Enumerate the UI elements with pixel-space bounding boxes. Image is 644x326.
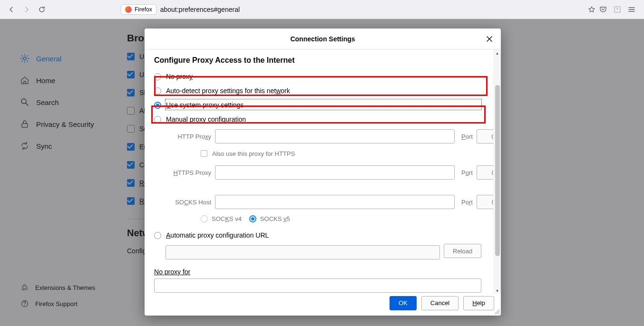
socks-host-input[interactable] <box>215 195 455 209</box>
checkbox-icon <box>201 150 207 157</box>
scrollbar[interactable]: ▴ ▾ <box>493 49 501 294</box>
also-https-row[interactable]: Also use this proxy for HTTPS <box>154 146 501 161</box>
connection-settings-dialog: Connection Settings Configure Proxy Acce… <box>145 29 501 316</box>
radio-auto-detect[interactable]: Auto-detect proxy settings for this netw… <box>154 84 501 98</box>
url-bar[interactable]: about:preferences#general <box>160 6 585 13</box>
port-label: Port <box>461 169 473 176</box>
radio-no-proxy[interactable]: No proxy <box>154 69 501 84</box>
http-proxy-input[interactable] <box>215 129 455 144</box>
radio-socks5[interactable]: SOCKS v5 <box>249 215 290 222</box>
radio-label: Manual proxy configuration <box>166 115 246 123</box>
auto-url-input[interactable] <box>166 245 440 259</box>
dialog-body: Configure Proxy Access to the Internet N… <box>145 49 501 294</box>
dialog-heading: Configure Proxy Access to the Internet <box>154 56 501 65</box>
port-label: Port <box>461 133 473 140</box>
help-button[interactable]: Help <box>463 296 494 310</box>
browser-toolbar: Firefox about:preferences#general <box>0 0 644 19</box>
identity-label: Firefox <box>135 6 152 13</box>
pocket-icon[interactable] <box>599 6 607 13</box>
resize-grip-icon[interactable] <box>493 308 500 315</box>
identity-box[interactable]: Firefox <box>121 4 156 15</box>
scroll-down-icon[interactable]: ▾ <box>495 288 499 293</box>
radio-label: Auto-detect proxy settings for this netw… <box>166 87 290 95</box>
radio-label: No proxy <box>166 73 193 80</box>
dialog-title: Connection Settings <box>290 35 355 43</box>
forward-button[interactable] <box>20 3 33 16</box>
radio-socks4[interactable]: SOCKS v4 <box>201 215 242 222</box>
firefox-icon <box>125 6 132 13</box>
back-button[interactable] <box>5 3 18 16</box>
radio-label: SOCKS v5 <box>260 215 290 222</box>
url-text: about:preferences#general <box>160 6 240 13</box>
dialog-footer: OK Cancel Help <box>145 294 501 316</box>
no-proxy-for-label: No proxy for <box>154 268 501 276</box>
field-label: HTTPS Proxy <box>166 169 211 176</box>
http-proxy-row: HTTP Proxy Port <box>154 126 501 146</box>
scroll-up-icon[interactable]: ▴ <box>495 50 499 55</box>
radio-icon <box>249 215 256 222</box>
svg-point-1 <box>617 8 618 9</box>
bookmark-star-icon[interactable] <box>585 3 598 16</box>
radio-auto-url[interactable]: Automatic proxy configuration URL <box>154 228 501 242</box>
radio-icon <box>154 232 161 239</box>
field-label: SOCKS Host <box>166 199 211 206</box>
no-proxy-for-input[interactable] <box>154 278 481 293</box>
account-icon[interactable] <box>614 6 621 13</box>
radio-label: Automatic proxy configuration URL <box>166 231 269 239</box>
radio-icon <box>201 215 208 222</box>
radio-label: SOCKS v4 <box>212 215 242 222</box>
radio-use-system[interactable]: Use system proxy settings <box>154 98 501 112</box>
reload-button[interactable]: Reload <box>444 244 481 258</box>
radio-icon <box>154 73 161 80</box>
socks-host-row: SOCKS Host Port <box>154 192 501 212</box>
checkbox-label: Also use this proxy for HTTPS <box>212 150 295 157</box>
field-label: HTTP Proxy <box>166 133 211 140</box>
radio-icon <box>154 87 161 95</box>
https-proxy-input[interactable] <box>215 165 455 180</box>
close-button[interactable] <box>484 33 495 45</box>
radio-label: Use system proxy settings <box>166 101 244 109</box>
radio-manual[interactable]: Manual proxy configuration <box>154 112 501 126</box>
https-proxy-row: HTTPS Proxy Port <box>154 163 501 182</box>
radio-icon <box>154 116 161 123</box>
ok-button[interactable]: OK <box>390 296 417 310</box>
cancel-button[interactable]: Cancel <box>421 296 459 310</box>
reload-button[interactable] <box>35 3 49 16</box>
menu-icon[interactable] <box>628 6 635 13</box>
scrollbar-thumb[interactable] <box>495 85 500 256</box>
radio-icon <box>154 102 161 109</box>
socks-version-row: SOCKS v4 SOCKS v5 <box>154 212 501 225</box>
dialog-title-bar: Connection Settings <box>145 29 501 49</box>
port-label: Port <box>461 199 473 206</box>
